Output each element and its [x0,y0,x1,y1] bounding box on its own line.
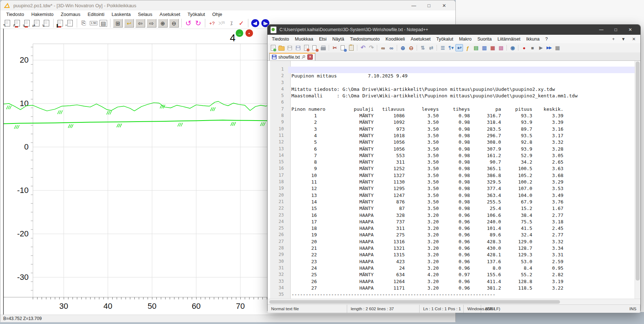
npp-menu-item[interactable]: Koodikieli [383,36,408,42]
editor-line-14[interactable]: 14 7 MÄNTY 553 3.50 0.98 161.2 52.9 3.05 [268,153,635,159]
undo-icon[interactable]: ↺ [184,18,193,28]
3dwin-menu-item[interactable]: Työkalut [184,11,209,18]
editor-line-15[interactable]: 15 8 MÄNTY 311 3.50 0.98 90.7 34.2 2.65 [268,159,635,166]
3dwin-menu-item[interactable]: Ohje [209,11,226,18]
xyz-point-icon[interactable]: ⁒ [227,18,236,28]
3dwin-minimize-button[interactable]: — [406,1,421,10]
npp-menu-item[interactable]: Makro [456,36,475,42]
close-file-icon[interactable]: ˣ [65,18,75,28]
new-file-icon[interactable] [269,44,277,51]
editor-line-12[interactable]: 12 5 MÄNTY 1056 3.50 0.98 308.0 92.8 3.3… [268,139,635,146]
3dwin-menu-item[interactable]: Zoomaus [57,11,84,18]
vertical-scrollbar[interactable] [635,61,640,299]
save-all-icon[interactable] [294,44,302,51]
run-green-icon[interactable]: → [236,29,243,37]
editor-line-35[interactable]: 35--------------------------------------… [268,292,635,298]
npp-menu-item[interactable]: Etsi [316,36,329,42]
word-wrap-icon[interactable]: ↩ [455,44,463,51]
close-icon[interactable] [303,44,310,51]
npp-menu-item[interactable]: Tiedosto [269,36,292,42]
npp-tab-control-button[interactable]: ▼ [618,37,629,42]
function-list-icon[interactable]: ƒ [464,44,471,51]
cut-icon[interactable]: ✂ [331,44,338,51]
editor-line-23[interactable]: 23 16 HAAPA 328 3.20 0.96 106.6 38.4 2.7… [268,213,635,219]
redo-icon[interactable]: ↷ [367,44,375,51]
editor-line-28[interactable]: 28 21 HAAPA 1321 3.20 0.96 430.0 128.7 3… [268,245,635,252]
npp-menu-item[interactable]: Näytä [329,36,347,42]
redo-icon[interactable]: ↻ [193,18,203,28]
macro-run-multiple-icon[interactable]: ▶▶ [545,44,553,51]
npp-menu-item[interactable]: Tiedostomuoto [347,36,383,42]
wrap-lines-icon[interactable]: ☰ [439,44,446,51]
npp-tab-control-button[interactable]: ✕ [629,37,639,42]
npp-maximize-button[interactable]: □ [609,25,623,34]
editor-line-8[interactable]: 8 1 MÄNTY 1086 3.50 0.98 316.7 93.3 3.39 [268,113,635,119]
editor-line-22[interactable]: 22 15 MÄNTY 87 3.50 0.98 25.4 15.2 1.67 [268,206,635,212]
print-icon[interactable]: ⎘ [79,18,89,28]
editor-line-32[interactable]: 32 25 MÄNTY 634 4.20 0.97 155.6 55.2 2.8… [268,272,635,278]
save-as-icon[interactable]: ⇄ [32,18,42,28]
editor-line-20[interactable]: 20 13 MÄNTY 1247 3.50 0.98 363.4 104.0 3… [268,193,635,199]
identify-point-icon[interactable]: +? [207,18,217,28]
macro-play-icon[interactable]: ▶ [537,44,544,51]
print-icon[interactable] [319,44,327,51]
npp-menu-item[interactable]: ? [542,36,551,42]
undo-icon[interactable]: ↶ [359,44,367,51]
3dwin-menu-item[interactable]: Editointi [84,11,108,18]
3dwin-menu-item[interactable]: Hakemisto [28,11,57,18]
horizontal-scrollbar[interactable] [268,299,640,305]
open-file-icon[interactable] [278,44,285,51]
editor-line-33[interactable]: 33 26 HAAPA 1264 3.20 0.96 411.4 128.8 3… [268,279,635,285]
npp-editor[interactable]: 12Puupinon mittaus 7.10.2025 9.4934Mitat… [268,60,640,299]
3dwin-titlebar[interactable]: puupino2.po1.tdw* - [3D-Win Novatron Oy]… [0,0,455,10]
zoom-out-icon[interactable]: ⊖ [169,19,179,28]
3dwin-close-button[interactable]: ✕ [437,1,452,10]
editor-line-29[interactable]: 29 22 HAAPA 1315 3.20 0.96 428.1 129.3 3… [268,252,635,258]
measure-21-icon[interactable]: ⤬²¹ [217,18,227,28]
close-all-icon[interactable] [311,44,319,51]
tab-pin-icon[interactable] [302,55,306,59]
zoom-out-icon[interactable]: ⊖ [407,44,415,51]
3dwin-menu-item[interactable]: Tiedosto [3,11,28,18]
document-list-icon[interactable]: ▥ [480,44,488,51]
3dwin-menu-item[interactable]: Selaus [134,11,156,18]
editor-line-17[interactable]: 17 10 MÄNTY 1327 3.50 0.98 386.8 105.2 3… [268,173,635,179]
zoom-in-icon[interactable]: ⊕ [399,44,407,51]
copy-elements-icon[interactable]: ❚ [55,18,65,28]
editor-line-18[interactable]: 18 11 MÄNTY 1130 3.50 0.98 329.5 100.2 3… [268,179,635,186]
macro-record-icon[interactable]: ● [520,44,528,51]
stop-red-icon[interactable]: ▪ [245,29,253,37]
tab-showfile[interactable]: showfile.txt x [269,53,315,60]
npp-minimize-button[interactable]: — [594,25,609,34]
editor-line-6[interactable]: 6 [268,100,635,106]
zoom-in-icon[interactable]: ⊕ [158,19,168,28]
editor-line-1[interactable]: 1 [268,67,635,73]
npp-menu-item[interactable]: Liitännäiset [494,36,523,42]
page-layout-icon[interactable]: ▤ [98,18,108,28]
npp-menu-item[interactable]: Asetukset [408,36,433,42]
zoom-previous-icon[interactable]: ↩ [124,19,134,28]
3dwin-maximize-button[interactable]: □ [421,1,437,10]
3dwin-menu-item[interactable]: Laskenta [108,11,134,18]
editor-line-19[interactable]: 19 12 MÄNTY 1295 3.50 0.98 377.4 107.0 3… [268,186,635,192]
pan-right-icon[interactable]: ⇨ [147,19,156,28]
npp-titlebar[interactable]: C:\Users\petri.kaihia\Documents\3D-Syste… [268,25,640,35]
editor-line-5[interactable]: 5Maastomalli : G:\Oma Drive\Wiki-artikke… [268,93,635,100]
replace-icon[interactable]: ∞ [387,44,395,51]
paste-icon[interactable] [348,44,355,51]
editor-line-26[interactable]: 26 19 HAAPA 275 3.20 0.96 89.6 32.4 2.77 [268,232,635,239]
editor-line-16[interactable]: 16 9 MÄNTY 1252 3.50 0.98 365.1 100.5 3.… [268,166,635,172]
npp-menu-item[interactable]: Muokkaa [292,36,316,42]
3dwin-menu-item[interactable]: Asetukset [156,11,184,18]
npp-menu-item[interactable]: Ikkuna [523,36,543,42]
fit-view-icon[interactable]: ⊞ [113,19,123,28]
tab-close-icon[interactable]: x [307,54,313,60]
scale-1-50-icon[interactable]: 1:50 [89,18,98,28]
find-icon[interactable]: ∞ [379,44,387,51]
show-symbols-icon[interactable]: ¶ ▾ [447,44,455,51]
view-eye-icon[interactable]: ◉ [509,44,516,51]
editor-line-34[interactable]: 34 27 HAAPA 1171 3.20 0.96 381.2 118.5 3… [268,285,635,292]
copy-icon[interactable] [339,44,347,51]
npp-menu-item[interactable]: Työkalut [433,36,456,42]
npp-menu-item[interactable]: Suorita [475,36,495,42]
